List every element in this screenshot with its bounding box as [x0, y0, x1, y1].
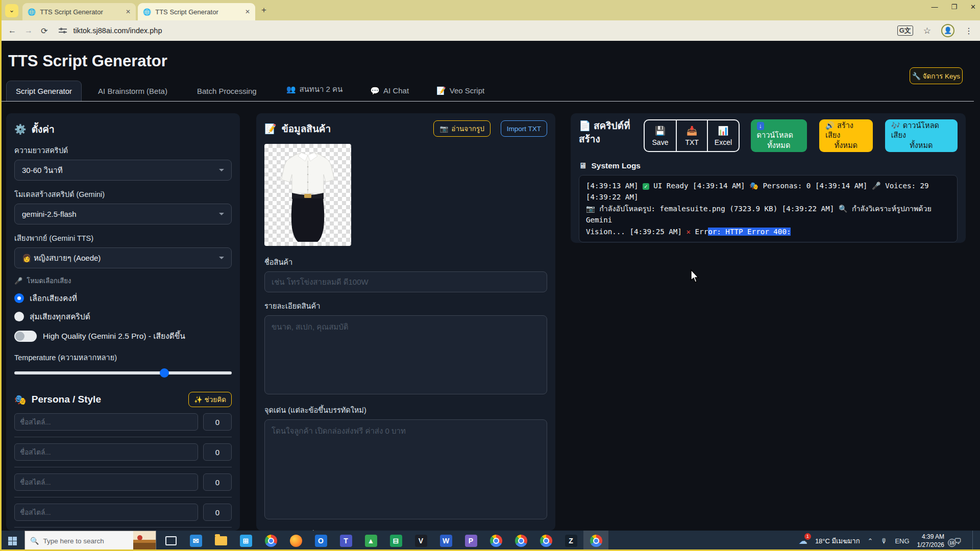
tray-expand-chevron[interactable]: ⌃ [868, 537, 873, 545]
high-quality-toggle-row[interactable]: High Quality (Gemini 2.5 Pro) - เสียงดีข… [14, 330, 232, 342]
window-minimize-button[interactable]: — [931, 3, 938, 11]
app-icon-zoom[interactable]: Z [558, 531, 583, 551]
persona-weight-input[interactable]: 0 [203, 413, 232, 431]
tab-ai-brainstorm[interactable]: AI Brainstorm (Beta) [89, 81, 177, 101]
script-length-select[interactable]: 30-60 วินาที [14, 160, 232, 181]
show-desktop-button[interactable] [972, 531, 975, 551]
action-center-icon[interactable]: 🗨16 [954, 537, 962, 545]
persona-row: 0 [14, 473, 232, 491]
tab-batch-processing[interactable]: Batch Processing [188, 81, 266, 101]
weather-text[interactable]: 18°C มีเมฆมาก [815, 536, 860, 546]
excel-export-button[interactable]: 📊 Excel [707, 120, 738, 151]
translate-icon[interactable]: G文 [897, 26, 913, 36]
window-close-button[interactable]: ✕ [970, 3, 976, 11]
import-txt-button[interactable]: Import TXT [501, 120, 547, 137]
app-icon-chrome[interactable] [508, 531, 533, 551]
site-info-icon[interactable] [59, 27, 67, 34]
app-icon-mail[interactable]: ✉ [183, 531, 208, 551]
toggle-off-switch[interactable] [14, 331, 37, 342]
tab-close-icon[interactable]: ✕ [118, 8, 131, 15]
tab-ai-chat[interactable]: 💬AI Chat [361, 81, 418, 101]
persona-row: 0 [14, 413, 232, 431]
clock-date: 1/27/2026 [917, 541, 944, 548]
app-icon-photos[interactable]: ▲ [358, 531, 383, 551]
search-highlight-image[interactable] [133, 531, 156, 550]
radio-selected-icon[interactable] [14, 293, 24, 303]
scripts-panel: 📄 สคริปต์ที่สร้าง 💾 Save 📥 TXT 📊 Excel [571, 113, 966, 243]
app-icon-word[interactable]: W [433, 531, 458, 551]
temperature-slider-thumb[interactable] [160, 368, 169, 378]
download-all-button[interactable]: ↓ดาวน์โหลด ทั้งหมด [751, 119, 807, 152]
tab-search-button[interactable]: ⌄ [5, 4, 18, 17]
persona-weight-input[interactable]: 0 [203, 473, 232, 491]
app-icon-file-explorer[interactable] [208, 531, 233, 551]
bookmark-star-icon[interactable]: ☆ [923, 26, 931, 36]
radio-random-voice[interactable]: สุ่มเสียงทุกสคริปต์ [14, 310, 232, 323]
gear-icon: ⚙️ [14, 123, 27, 135]
system-log-output[interactable]: [4:39:13 AM] ✓ UI Ready [4:39:14 AM] 🎭 P… [579, 175, 958, 242]
app-icon-chrome-active[interactable] [583, 531, 608, 551]
voice-mode-label: โหมดเลือกเสียง [27, 276, 71, 286]
url-text[interactable]: tiktok.sj88ai.com/index.php [73, 27, 162, 35]
app-icon-sheets[interactable]: ⊟ [383, 531, 408, 551]
app-icon-chrome[interactable] [483, 531, 508, 551]
taskbar-search[interactable]: 🔍 [24, 531, 156, 551]
tab-close-icon[interactable]: ✕ [238, 8, 250, 15]
search-input[interactable] [43, 537, 119, 545]
task-view-icon[interactable] [158, 531, 183, 551]
persona-style-input[interactable] [14, 473, 198, 491]
temperature-slider[interactable] [14, 371, 232, 374]
tab-veo-script[interactable]: 📝Veo Script [427, 81, 494, 101]
tab-script-generator[interactable]: Script Generator [6, 81, 82, 101]
app-icon-chrome[interactable] [258, 531, 283, 551]
taskbar-clock[interactable]: 4:39 AM 1/27/2026 [917, 533, 944, 549]
app-icon-teams[interactable]: T [333, 531, 358, 551]
tray-microphone-icon[interactable]: 🎙 [880, 537, 887, 545]
txt-export-button[interactable]: 📥 TXT [676, 120, 707, 151]
divider [14, 497, 232, 497]
weather-cloud-icon[interactable]: ☁1 [799, 536, 807, 546]
generate-audio-all-button[interactable]: 🔊สร้างเสียง ทั้งหมด [819, 119, 873, 152]
app-icon-store[interactable]: ⊞ [233, 531, 258, 551]
app-icon-firefox[interactable] [283, 531, 308, 551]
persona-weight-input[interactable]: 0 [203, 504, 232, 521]
masks-icon: 🎭 [749, 182, 758, 190]
language-indicator[interactable]: ENG [895, 537, 909, 545]
search-icon: 🔍 [30, 537, 39, 545]
persona-style-input[interactable] [14, 504, 198, 521]
tab-conversation-2[interactable]: 👥สนทนา 2 คน [277, 78, 352, 101]
model-select[interactable]: gemini-2.5-flash [14, 204, 232, 224]
product-image-thumbnail[interactable] [264, 144, 351, 246]
product-highlights-textarea[interactable] [264, 419, 547, 519]
export-button-group: 💾 Save 📥 TXT 📊 Excel [644, 119, 740, 152]
back-button[interactable]: ← [8, 26, 16, 35]
new-tab-button[interactable]: + [261, 5, 266, 15]
browser-tab-2-active[interactable]: 🌐 TTS Script Generator ✕ [138, 3, 255, 20]
browser-tab-bar: ⌄ 🌐 TTS Script Generator ✕ 🌐 TTS Script … [0, 0, 980, 20]
save-button[interactable]: 💾 Save [645, 120, 676, 151]
persona-style-input[interactable] [14, 413, 198, 431]
browser-tab-1[interactable]: 🌐 TTS Script Generator ✕ [22, 3, 136, 20]
reload-button[interactable]: ⟳ [41, 26, 47, 36]
forward-button[interactable]: → [24, 26, 33, 35]
app-icon-outlook[interactable]: O [308, 531, 333, 551]
app-icon-chrome[interactable] [533, 531, 558, 551]
app-icon-paint[interactable]: P [458, 531, 483, 551]
window-maximize-button[interactable]: ❐ [951, 3, 957, 11]
radio-unselected-icon[interactable] [14, 312, 24, 321]
product-details-textarea[interactable] [264, 315, 547, 394]
persona-style-input[interactable] [14, 443, 198, 461]
start-button[interactable] [0, 531, 24, 551]
browser-menu-icon[interactable]: ⋮ [965, 26, 973, 36]
product-name-input[interactable] [264, 271, 547, 292]
help-think-button[interactable]: ✨ ช่วยคิด [188, 392, 232, 407]
page-doc-icon: 📄 [579, 120, 591, 131]
download-audio-all-button[interactable]: 🎶ดาวน์โหลดเสียง ทั้งหมด [885, 119, 958, 152]
radio-fixed-voice[interactable]: เลือกเสียงคงที่ [14, 292, 232, 305]
app-icon-vscode[interactable]: V [408, 531, 433, 551]
read-from-image-button[interactable]: 📷 อ่านจากรูป [433, 120, 490, 137]
voice-select[interactable]: 👩 หญิงสบายๆ (Aoede) [14, 247, 232, 268]
weather-badge: 1 [804, 533, 811, 540]
persona-weight-input[interactable]: 0 [203, 443, 232, 461]
profile-avatar[interactable]: 👤 [941, 24, 954, 37]
